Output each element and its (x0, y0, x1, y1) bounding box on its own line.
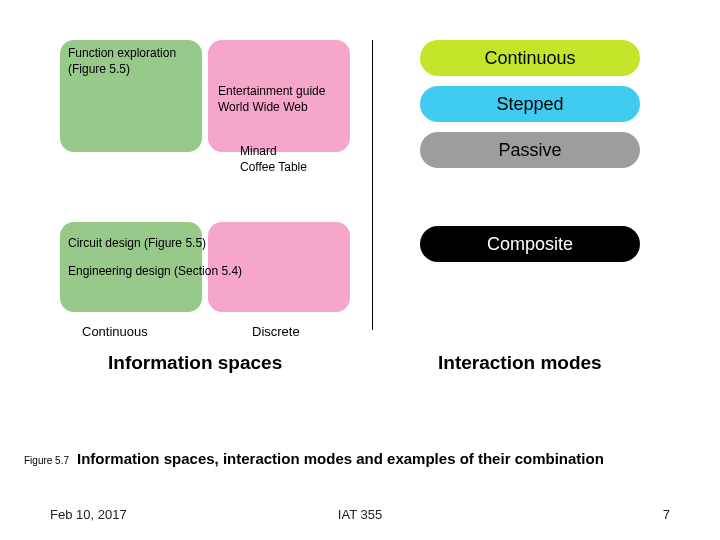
label-circuit: Circuit design (Figure 5.5) (68, 236, 206, 252)
axis-discrete: Discrete (252, 324, 300, 339)
slide-footer: Feb 10, 2017 IAT 355 7 (50, 507, 670, 522)
footer-course: IAT 355 (338, 507, 382, 522)
mode-stepped: Stepped (420, 86, 640, 122)
section-information-spaces: Information spaces (108, 352, 282, 374)
label-function-exploration: Function exploration(Figure 5.5) (68, 46, 176, 77)
axis-continuous: Continuous (82, 324, 148, 339)
label-minard: MinardCoffee Table (240, 144, 307, 175)
footer-page-number: 7 (663, 507, 670, 522)
figure-caption: Figure 5.7 Information spaces, interacti… (24, 450, 704, 467)
mode-passive: Passive (420, 132, 640, 168)
vertical-divider (372, 40, 373, 330)
figure-number: Figure 5.7 (24, 455, 69, 466)
label-engineering: Engineering design (Section 5.4) (68, 264, 242, 280)
label-entertainment: Entertainment guideWorld Wide Web (218, 84, 325, 115)
mode-continuous: Continuous (420, 40, 640, 76)
mode-composite: Composite (420, 226, 640, 262)
figure-caption-text: Information spaces, interaction modes an… (77, 450, 604, 467)
footer-date: Feb 10, 2017 (50, 507, 127, 522)
figure-diagram: Function exploration(Figure 5.5) Enterta… (60, 40, 660, 400)
section-interaction-modes: Interaction modes (438, 352, 602, 374)
